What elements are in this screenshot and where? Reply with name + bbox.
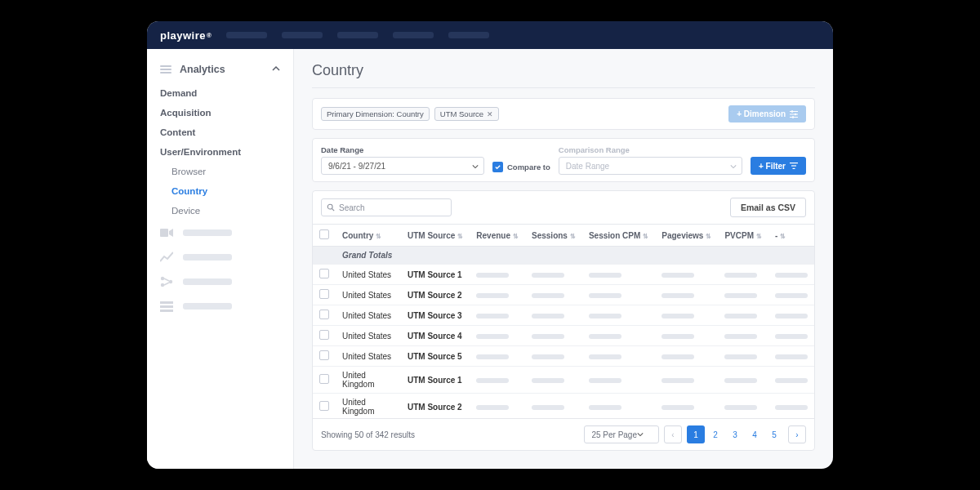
sidebar-item-placeholder[interactable] (147, 294, 293, 318)
svg-point-3 (169, 280, 172, 283)
column-header[interactable]: UTM Source⇅ (401, 225, 470, 247)
page-prev-button[interactable]: ‹ (664, 425, 682, 443)
chevron-down-icon (472, 163, 479, 172)
nodes-icon (160, 276, 173, 287)
svg-point-1 (161, 277, 164, 280)
grand-totals-row: Grand Totals (313, 247, 814, 265)
topnav-item[interactable] (393, 32, 434, 38)
page-number-button[interactable]: 4 (746, 425, 764, 443)
table-row[interactable]: United StatesUTM Source 3 (313, 305, 814, 326)
chevron-down-icon (637, 430, 644, 439)
compare-to-toggle[interactable]: Compare to (492, 162, 550, 175)
table-row[interactable]: United StatesUTM Source 1 (313, 265, 814, 285)
svg-rect-8 (790, 114, 798, 114)
page-next-button[interactable]: › (788, 425, 806, 443)
page-number-button[interactable]: 3 (726, 425, 744, 443)
sidebar-section-label: Analytics (180, 64, 225, 75)
sidebar-item-user-environment[interactable]: User/Environment (147, 142, 293, 162)
topnav-item[interactable] (226, 32, 267, 38)
sidebar-item-country[interactable]: Country (147, 181, 293, 201)
row-checkbox[interactable] (319, 310, 329, 319)
page-number-button[interactable]: 2 (706, 425, 724, 443)
chevron-down-icon (730, 163, 737, 172)
sidebar-section-analytics[interactable]: Analytics (147, 60, 293, 83)
sidebar-item-placeholder[interactable] (147, 245, 293, 270)
sidebar-item-placeholder[interactable] (147, 270, 293, 294)
select-all-checkbox[interactable] (319, 229, 329, 239)
add-dimension-button[interactable]: + Dimension (728, 105, 806, 122)
svg-rect-5 (160, 305, 173, 308)
table-row[interactable]: United KingdomUTM Source 2 (313, 394, 814, 419)
row-checkbox[interactable] (319, 350, 329, 360)
svg-rect-13 (790, 163, 798, 163)
column-header[interactable]: -⇅ (768, 225, 814, 247)
table-row[interactable]: United StatesUTM Source 2 (313, 285, 814, 305)
row-checkbox[interactable] (319, 374, 329, 384)
results-summary: Showing 50 of 342 results (321, 430, 415, 439)
list-icon (160, 301, 173, 312)
sidebar: Analytics Demand Acquisition Content Use… (147, 49, 294, 469)
topbar: playwire® (147, 21, 833, 49)
sidebar-item-acquisition[interactable]: Acquisition (147, 103, 293, 122)
table-row[interactable]: United StatesUTM Source 5 (313, 346, 814, 367)
chevron-up-icon (272, 64, 280, 75)
table-row[interactable]: United KingdomUTM Source 1 (313, 367, 814, 394)
email-csv-button[interactable]: Email as CSV (730, 198, 806, 217)
dimension-chip-utm[interactable]: UTM Source ✕ (434, 107, 499, 121)
brand-logo: playwire® (160, 29, 212, 42)
date-range-select[interactable]: 9/6/21 - 9/27/21 (321, 157, 484, 175)
video-icon (160, 227, 173, 238)
svg-point-11 (795, 113, 797, 115)
topnav-item[interactable] (282, 32, 323, 38)
column-header[interactable]: PVCPM⇅ (718, 225, 768, 247)
sidebar-item-device[interactable]: Device (147, 201, 293, 220)
row-checkbox[interactable] (319, 401, 329, 411)
svg-line-17 (332, 209, 335, 211)
comparison-range-select[interactable]: Date Range (559, 157, 742, 175)
topnav-item[interactable] (337, 32, 378, 38)
svg-rect-15 (793, 168, 795, 169)
row-checkbox[interactable] (319, 330, 329, 340)
sliders-icon (790, 110, 798, 118)
table-row[interactable]: United StatesUTM Source 4 (313, 326, 814, 346)
column-header[interactable]: Session CPM⇅ (582, 225, 655, 247)
svg-point-12 (792, 116, 795, 118)
column-header[interactable]: Pageviews⇅ (655, 225, 718, 247)
svg-rect-14 (791, 165, 796, 166)
filter-button[interactable]: + Filter (751, 157, 806, 175)
svg-rect-6 (160, 310, 173, 312)
svg-rect-7 (790, 111, 798, 112)
close-icon[interactable]: ✕ (487, 110, 493, 118)
search-input[interactable]: Search (321, 198, 452, 216)
svg-rect-0 (160, 229, 168, 237)
app-window: playwire® Analytics Demand Acquisition C… (147, 21, 833, 469)
column-header[interactable]: Revenue⇅ (470, 225, 525, 247)
column-header[interactable]: Sessions⇅ (525, 225, 582, 247)
dimension-chip-primary[interactable]: Primary Dimension: Country (321, 107, 430, 121)
main-content: Country Primary Dimension: Country UTM S… (294, 49, 833, 469)
data-table: Country⇅UTM Source⇅Revenue⇅Sessions⇅Sess… (313, 224, 814, 418)
column-header[interactable]: Country⇅ (336, 225, 401, 247)
table-footer: Showing 50 of 342 results 25 Per Page ‹ … (313, 418, 814, 450)
row-checkbox[interactable] (319, 269, 329, 278)
topnav-item[interactable] (448, 32, 489, 38)
per-page-select[interactable]: 25 Per Page (584, 425, 659, 443)
search-icon (327, 203, 335, 212)
filters-panel: Date Range 9/6/21 - 9/27/21 Compare to C… (312, 138, 815, 182)
dimension-panel: Primary Dimension: Country UTM Source ✕ … (312, 98, 815, 130)
sidebar-item-placeholder[interactable] (147, 220, 293, 245)
date-range-label: Date Range (321, 145, 484, 154)
sidebar-item-content[interactable]: Content (147, 122, 293, 142)
page-title: Country (312, 62, 815, 88)
svg-rect-4 (160, 301, 173, 304)
page-number-button[interactable]: 1 (687, 425, 705, 443)
svg-point-2 (161, 283, 164, 287)
page-number-button[interactable]: 5 (765, 425, 783, 443)
chart-line-icon (160, 252, 173, 263)
svg-point-10 (791, 110, 794, 113)
svg-point-16 (327, 204, 332, 209)
sidebar-item-demand[interactable]: Demand (147, 83, 293, 103)
row-checkbox[interactable] (319, 289, 329, 299)
sidebar-item-browser[interactable]: Browser (147, 162, 293, 181)
menu-icon (160, 65, 172, 74)
